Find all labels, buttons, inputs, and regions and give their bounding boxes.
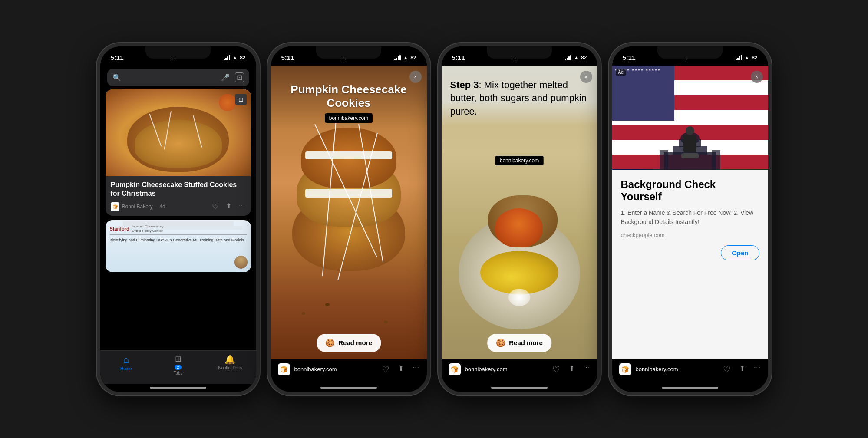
time-4: 5:11 [623, 54, 636, 61]
ad-label-4: Ad [616, 69, 626, 76]
close-icon-4: × [755, 73, 758, 80]
battery-1: 82 [240, 55, 245, 61]
read-more-btn-3[interactable]: 🍪 Read more [487, 334, 551, 352]
phone-2-screen: 5:11 ▲ ▲ 82 [271, 46, 427, 392]
location-icon-4: ▲ [683, 55, 688, 61]
location-icon-1: ▲ [171, 55, 176, 61]
feed-card-actions-1: ♡ ⬆ ··· [212, 202, 245, 211]
bottom-actions-2: ♡ ⬆ ··· [382, 364, 419, 375]
save-icon-1[interactable]: ⊡ [235, 94, 247, 105]
phone-4-screen: 5:11 ▲ ▲ 82 [612, 46, 768, 392]
home-indicator-1 [150, 387, 206, 389]
article-domain-2: bonnibakery.com [325, 113, 373, 123]
scan-icon[interactable]: ⊡ [235, 72, 244, 82]
wifi-icon-2: ▲ [403, 55, 408, 61]
ad-open-btn-4[interactable]: Open [721, 245, 759, 260]
bottom-source-name-4: bonnibakery.com [636, 366, 719, 372]
bottom-actions-4: ♡ ⬆ ··· [723, 364, 761, 375]
phone-4: 5:11 ▲ ▲ 82 [609, 43, 772, 395]
article-title-2: Pumpkin Cheesecake Cookies [280, 83, 418, 110]
home-indicator-3 [491, 387, 548, 389]
nav-notifications[interactable]: 🔔 Notifications [204, 354, 256, 375]
ad-screen-4: ★★★★★ ★★★★ ★★★★★ [612, 66, 768, 384]
bottom-nav: ⌂ Home ⊞ 2 Tabs 🔔 Notifications [100, 350, 256, 384]
time-3: 5:11 [452, 54, 465, 61]
stanford-card: Stanford Internet ObservatoryCyber Polic… [106, 220, 251, 272]
step-text-3: Step 3: Mix together melted butter, both… [450, 79, 589, 119]
home-indicator-2 [320, 387, 377, 389]
nav-home[interactable]: ⌂ Home [100, 354, 152, 375]
svg-rect-6 [660, 150, 668, 170]
close-btn-3[interactable]: × [580, 71, 592, 83]
tabs-icon: ⊞ [175, 354, 182, 364]
status-icons-3: ▲ 82 [565, 55, 587, 61]
source-avatar-1: 🍞 [111, 202, 119, 211]
phone-1: 5:11 ▲ ▲ 82 🔍 🎤 ⊡ [97, 43, 260, 395]
share-icon-3[interactable]: ⬆ [569, 364, 574, 375]
share-icon-2[interactable]: ⬆ [398, 364, 404, 375]
wifi-icon-1: ▲ [232, 55, 238, 61]
close-btn-4[interactable]: × [751, 71, 763, 83]
bottom-source-name-3: bonnibakery.com [465, 366, 548, 372]
wifi-icon-3: ▲ [574, 55, 579, 61]
ad-content-4: Background Check Yourself 1. Enter a Nam… [612, 170, 768, 359]
more-icon-3[interactable]: ··· [583, 364, 590, 375]
phone-3-screen: 5:11 ▲ ▲ 82 [442, 46, 597, 392]
signal-bars-1 [224, 55, 230, 60]
status-bar-2: 5:11 ▲ ▲ 82 [271, 46, 427, 66]
heart-icon-4[interactable]: ♡ [723, 364, 731, 375]
ad-body-4: 1. Enter a Name & Search For Free Now. 2… [621, 208, 759, 227]
search-bar-icons: 🎤 ⊡ [221, 72, 244, 82]
status-bar-3: 5:11 ▲ ▲ 82 [442, 46, 597, 66]
more-icon-2[interactable]: ··· [413, 364, 419, 375]
read-more-emoji-3: 🍪 [496, 338, 505, 348]
phones-container: 5:11 ▲ ▲ 82 🔍 🎤 ⊡ [97, 43, 772, 395]
heart-icon-3[interactable]: ♡ [552, 364, 560, 375]
status-icons-2: ▲ 82 [394, 55, 416, 61]
bottom-source-avatar-3: 🍞 [449, 363, 461, 375]
feed-content: ⊡ Pumpkin Cheesecake Stuffed Cookies for… [100, 89, 256, 350]
more-icon-4[interactable]: ··· [754, 364, 761, 375]
time-2: 5:11 [281, 54, 294, 61]
phone-2: 5:11 ▲ ▲ 82 [267, 43, 430, 395]
search-bar[interactable]: 🔍 🎤 ⊡ [107, 69, 249, 86]
status-icons-4: ▲ 82 [736, 55, 757, 61]
share-icon-4[interactable]: ⬆ [739, 364, 745, 375]
feed-card-title-1: Pumpkin Cheesecake Stuffed Cookies for C… [111, 181, 246, 199]
battery-4: 82 [752, 55, 757, 61]
bell-icon: 🔔 [224, 354, 235, 365]
article-domain-3: bonnibakery.com [495, 156, 544, 165]
article-image-2: Pumpkin Cheesecake Cookies bonnibakery.c… [271, 66, 427, 359]
ad-domain-4: checkpeople.com [621, 232, 759, 238]
article-screen-3: Step 3: Mix together melted butter, both… [442, 66, 597, 384]
read-more-label-3: Read more [509, 339, 543, 346]
time-1: 5:11 [111, 54, 124, 61]
nav-tabs[interactable]: ⊞ 2 Tabs [152, 354, 204, 375]
feed-card-1[interactable]: ⊡ Pumpkin Cheesecake Stuffed Cookies for… [106, 89, 251, 216]
battery-2: 82 [410, 55, 416, 61]
heart-icon-1[interactable]: ♡ [212, 202, 219, 211]
bottom-actions-3: ♡ ⬆ ··· [552, 364, 590, 375]
wifi-icon-4: ▲ [744, 55, 749, 61]
cookie-visual-1 [106, 89, 251, 176]
heart-icon-2[interactable]: ♡ [382, 364, 389, 375]
step-overlay-3: Step 3: Mix together melted butter, both… [442, 66, 597, 125]
article-image-3: Step 3: Mix together melted butter, both… [442, 66, 597, 359]
battery-3: 82 [581, 55, 587, 61]
read-more-label-2: Read more [338, 339, 372, 346]
bottom-source-avatar-4: 🍞 [619, 363, 631, 375]
more-icon-1[interactable]: ··· [238, 202, 245, 211]
mic-icon[interactable]: 🎤 [221, 73, 230, 82]
ad-title-4: Background Check Yourself [621, 178, 759, 204]
article-title-overlay-2: Pumpkin Cheesecake Cookies bonnibakery.c… [271, 66, 427, 130]
close-btn-2[interactable]: × [409, 71, 422, 83]
search-icon: 🔍 [112, 73, 121, 82]
location-icon-3: ▲ [512, 55, 518, 61]
feed-card-meta-1: 🍞 Bonni Bakery · 4d ♡ ⬆ ··· [111, 202, 246, 211]
read-more-btn-2[interactable]: 🍪 Read more [317, 334, 381, 352]
stanford-avatar [234, 256, 248, 269]
share-icon-1[interactable]: ⬆ [226, 202, 231, 211]
article-bottom-3: 🍞 bonnibakery.com ♡ ⬆ ··· [442, 359, 597, 384]
bottom-source-avatar-2: 🍞 [278, 363, 290, 375]
feed-card-2[interactable]: Stanford Internet ObservatoryCyber Polic… [106, 220, 251, 272]
